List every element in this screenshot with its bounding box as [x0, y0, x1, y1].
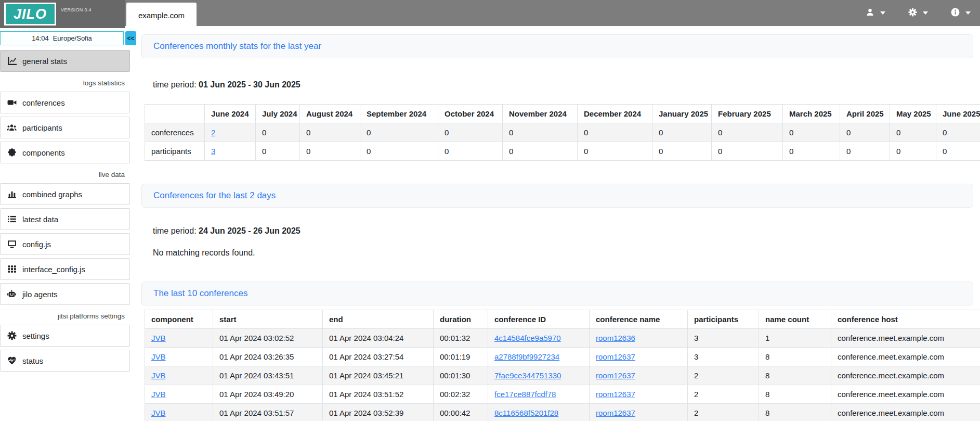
- monthly-stats-title-link[interactable]: Conferences monthly stats for the last y…: [153, 41, 321, 52]
- monthly-stats-card-header: Conferences monthly stats for the last y…: [141, 34, 973, 58]
- logo-text: JILO: [14, 6, 47, 22]
- table-cell: 4c14584fce9a5970: [488, 329, 590, 348]
- table-cell: 01 Apr 2024 03:52:39: [323, 404, 434, 421]
- table-cell: conference.meet.example.com: [831, 366, 980, 385]
- table-cell: 01 Apr 2024 03:51:57: [213, 404, 323, 421]
- table-link[interactable]: JVB: [151, 390, 166, 399]
- column-header: November 2024: [503, 105, 578, 123]
- header-menu: [866, 0, 971, 26]
- column-header: start: [213, 310, 323, 329]
- table-cell: 2: [688, 366, 759, 385]
- clock-display: 14:04 Europe/Sofia: [0, 31, 124, 45]
- column-header: December 2024: [578, 105, 652, 123]
- sidebar-item-participants[interactable]: participants: [0, 117, 130, 138]
- sidebar-item-interface-config-js[interactable]: interface_config.js: [0, 258, 130, 280]
- sidebar-item-status[interactable]: status: [0, 350, 130, 372]
- table-link[interactable]: 2: [211, 128, 215, 137]
- table-cell: conferences: [145, 123, 205, 142]
- table-cell: room12636: [590, 329, 688, 348]
- table-cell: room12637: [590, 366, 688, 385]
- time-period-label: time period:: [153, 80, 197, 89]
- column-header: duration: [434, 310, 488, 329]
- table-link[interactable]: a2788f9bf9927234: [494, 352, 559, 361]
- table-link[interactable]: 4c14584fce9a5970: [494, 334, 561, 342]
- logo-link[interactable]: JILO: [4, 3, 56, 25]
- table-cell: JVB: [145, 348, 213, 366]
- sidebar-item-label: conferences: [22, 98, 65, 107]
- sidebar-section-label: jitsi platforms settings: [0, 308, 130, 324]
- table-link[interactable]: JVB: [151, 371, 166, 380]
- table-link[interactable]: room12637: [596, 371, 635, 380]
- sidebar-item-components[interactable]: components: [0, 142, 130, 163]
- monitor-icon: [7, 239, 17, 249]
- sidebar-item-conferences[interactable]: conferences: [0, 92, 130, 113]
- table-cell: room12637: [590, 348, 688, 366]
- table-cell: 8: [759, 385, 831, 404]
- sidebar-item-settings[interactable]: settings: [0, 325, 130, 347]
- info-icon: [951, 8, 960, 19]
- line-chart-icon: [7, 56, 17, 66]
- column-header: March 2025: [783, 105, 840, 123]
- table-cell: 01 Apr 2024 03:51:52: [323, 385, 434, 404]
- table-link[interactable]: JVB: [151, 352, 166, 361]
- table-link[interactable]: JVB: [151, 409, 166, 417]
- table-cell: 0: [712, 123, 783, 142]
- users-icon: [7, 123, 17, 133]
- table-cell: 3: [205, 142, 256, 161]
- table-row: JVB01 Apr 2024 03:49:2001 Apr 2024 03:51…: [145, 385, 980, 404]
- info-menu[interactable]: [951, 8, 971, 19]
- chevron-down-icon: [965, 11, 971, 15]
- table-cell: 00:01:32: [434, 329, 488, 348]
- table-cell: conference.meet.example.com: [831, 385, 980, 404]
- table-cell: 00:00:42: [434, 404, 488, 421]
- table-link[interactable]: 8c116568f5201f28: [494, 409, 558, 417]
- last10-title-link[interactable]: The last 10 conferences: [153, 288, 247, 299]
- table-cell: 0: [783, 123, 840, 142]
- table-link[interactable]: room12637: [596, 409, 635, 417]
- settings-menu[interactable]: [908, 8, 928, 19]
- gear-icon: [908, 8, 917, 19]
- last2days-title-link[interactable]: Conferences for the last 2 days: [153, 190, 276, 201]
- sidebar-section-label: live data: [0, 167, 130, 182]
- monthly-stats-table: June 2024July 2024August 2024September 2…: [145, 104, 980, 161]
- sidebar-item-label: latest data: [22, 215, 58, 224]
- version-label: VERSION 0.4: [61, 7, 92, 12]
- table-row: participants3000000000000: [145, 142, 980, 161]
- table-cell: 00:02:32: [434, 385, 488, 404]
- table-link[interactable]: room12637: [596, 352, 635, 361]
- platform-tab[interactable]: example.com: [126, 3, 197, 28]
- table-row: JVB01 Apr 2024 03:26:3501 Apr 2024 03:27…: [145, 348, 980, 366]
- column-header: April 2025: [840, 105, 890, 123]
- column-header: February 2025: [712, 105, 783, 123]
- table-cell: room12637: [590, 404, 688, 421]
- table-cell: JVB: [145, 404, 213, 421]
- sidebar-item-config-js[interactable]: config.js: [0, 233, 130, 255]
- column-header: participants: [688, 310, 759, 329]
- table-link[interactable]: fce17ce887fcdf78: [494, 390, 556, 399]
- table-row: JVB01 Apr 2024 03:43:5101 Apr 2024 03:45…: [145, 366, 980, 385]
- table-cell: 01 Apr 2024 03:43:51: [213, 366, 323, 385]
- list-icon: [7, 214, 17, 224]
- column-header: conference name: [590, 310, 688, 329]
- sidebar-item-jilo-agents[interactable]: jilo agents: [0, 283, 130, 305]
- table-link[interactable]: room12637: [596, 390, 635, 399]
- table-cell: 2: [688, 404, 759, 421]
- table-cell: 0: [652, 142, 712, 161]
- user-menu[interactable]: [866, 8, 885, 19]
- sidebar-item-general-stats[interactable]: general stats: [0, 50, 130, 72]
- table-link[interactable]: JVB: [151, 334, 166, 342]
- sidebar-item-label: combined graphs: [22, 190, 82, 199]
- column-header: component: [145, 310, 213, 329]
- table-cell: 0: [840, 142, 890, 161]
- table-cell: 3: [688, 348, 759, 366]
- sidebar-collapse-button[interactable]: <<: [125, 31, 136, 45]
- table-cell: 8: [759, 348, 831, 366]
- table-link[interactable]: 7fae9ce344751330: [494, 371, 561, 380]
- sidebar-item-label: components: [22, 148, 65, 157]
- robot-icon: [7, 289, 17, 299]
- sidebar-item-combined-graphs[interactable]: combined graphs: [0, 183, 130, 205]
- table-link[interactable]: 3: [211, 147, 215, 156]
- sidebar-item-latest-data[interactable]: latest data: [0, 208, 130, 230]
- column-header: conference ID: [488, 310, 590, 329]
- table-link[interactable]: room12636: [596, 334, 635, 342]
